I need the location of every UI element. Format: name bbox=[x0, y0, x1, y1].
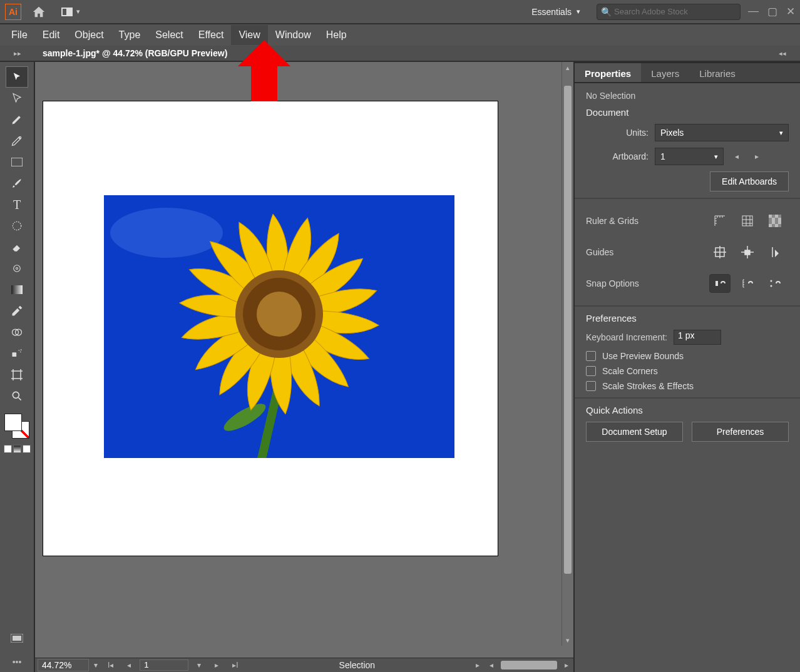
app-logo[interactable]: Ai bbox=[5, 4, 21, 20]
curvature-tool[interactable] bbox=[6, 131, 28, 151]
eraser-tool[interactable] bbox=[6, 237, 28, 257]
svg-point-38 bbox=[771, 280, 772, 282]
scale-corners-label: Scale Corners bbox=[602, 366, 658, 376]
artboard-select[interactable]: 1▾ bbox=[655, 148, 724, 165]
paintbrush-tool[interactable] bbox=[6, 173, 28, 193]
keyboard-increment-label: Keyboard Increment: bbox=[586, 332, 667, 342]
document-setup-button[interactable]: Document Setup bbox=[586, 422, 683, 442]
lock-guides-toggle[interactable] bbox=[737, 243, 758, 262]
pen-tool[interactable] bbox=[6, 109, 28, 130]
placed-image[interactable] bbox=[104, 195, 454, 458]
artboard[interactable] bbox=[43, 101, 498, 556]
menu-help[interactable]: Help bbox=[319, 25, 354, 45]
edit-artboards-button[interactable]: Edit Artboards bbox=[710, 171, 789, 191]
scroll-thumb[interactable] bbox=[564, 86, 572, 574]
rotate-tool[interactable] bbox=[6, 216, 28, 236]
prev-artboard-button[interactable]: ◂ bbox=[122, 661, 136, 669]
scroll-down-arrow[interactable]: ▾ bbox=[562, 634, 573, 646]
hscroll-thumb[interactable] bbox=[501, 661, 557, 669]
tab-properties[interactable]: Properties bbox=[575, 63, 641, 82]
show-guides-toggle[interactable] bbox=[709, 243, 731, 262]
zoom-level-field[interactable]: 44.72% bbox=[38, 659, 89, 671]
svg-point-15 bbox=[13, 392, 19, 398]
menu-type[interactable]: Type bbox=[111, 25, 148, 45]
transparency-grid-toggle[interactable] bbox=[764, 211, 786, 230]
tool-panel: T ••• bbox=[0, 62, 35, 672]
edit-toolbar-button[interactable]: ••• bbox=[13, 657, 22, 667]
minimize-button[interactable]: — bbox=[748, 5, 759, 18]
menu-object[interactable]: Object bbox=[67, 25, 111, 45]
svg-rect-37 bbox=[715, 281, 718, 286]
section-document-label: Document bbox=[586, 107, 789, 118]
type-tool[interactable]: T bbox=[6, 195, 28, 215]
keyboard-increment-field[interactable]: 1 px bbox=[674, 330, 721, 345]
rectangle-tool[interactable] bbox=[6, 152, 28, 172]
tab-layers[interactable]: Layers bbox=[641, 63, 689, 82]
scroll-up-arrow[interactable]: ▴ bbox=[562, 62, 573, 73]
tab-libraries[interactable]: Libraries bbox=[689, 63, 746, 82]
last-artboard-button[interactable]: ▸I bbox=[227, 661, 243, 669]
next-artboard-panel[interactable]: ▸ bbox=[750, 152, 764, 161]
units-label: Units: bbox=[586, 128, 649, 138]
fill-chip[interactable] bbox=[4, 414, 22, 431]
menu-file[interactable]: File bbox=[4, 25, 35, 45]
snap-grid-toggle[interactable] bbox=[764, 274, 786, 293]
search-input[interactable] bbox=[614, 7, 736, 16]
direct-selection-tool[interactable] bbox=[6, 88, 28, 108]
snap-point-toggle[interactable] bbox=[737, 274, 758, 293]
canvas-area: ▴ ▾ 44.72% ▾ I◂ ◂ 1 ▾ ▸ ▸I Selection ▸ ◂… bbox=[35, 62, 573, 672]
prev-artboard-panel[interactable]: ◂ bbox=[730, 152, 744, 161]
preferences-button[interactable]: Preferences bbox=[692, 422, 789, 442]
expand-tool-panel[interactable]: ▸▸ bbox=[0, 46, 35, 61]
workspace-label: Essentials bbox=[531, 7, 572, 17]
hscroll-left[interactable]: ◂ bbox=[485, 661, 498, 669]
use-preview-bounds-checkbox[interactable] bbox=[586, 351, 596, 361]
ruler-toggle[interactable] bbox=[709, 211, 731, 230]
home-button[interactable] bbox=[29, 2, 49, 22]
menu-select[interactable]: Select bbox=[148, 25, 190, 45]
scale-strokes-checkbox[interactable] bbox=[586, 381, 596, 391]
color-mode-selector[interactable] bbox=[4, 445, 31, 453]
maximize-button[interactable]: ▢ bbox=[767, 5, 777, 18]
status-menu[interactable]: ▸ bbox=[471, 661, 485, 669]
scale-corners-checkbox[interactable] bbox=[586, 366, 596, 376]
svg-rect-10 bbox=[13, 352, 17, 357]
eyedropper-tool[interactable] bbox=[6, 301, 28, 321]
menu-effect[interactable]: Effect bbox=[191, 25, 232, 45]
gradient-tool[interactable] bbox=[6, 280, 28, 300]
arrange-documents-button[interactable]: ▾ bbox=[61, 8, 80, 16]
search-icon: 🔍 bbox=[601, 7, 612, 17]
zoom-tool[interactable] bbox=[6, 386, 28, 406]
selection-tool[interactable] bbox=[6, 67, 28, 87]
grid-toggle[interactable] bbox=[737, 211, 758, 230]
search-stock-field[interactable]: 🔍 bbox=[597, 4, 741, 20]
menu-edit[interactable]: Edit bbox=[35, 25, 68, 45]
workspace-switcher[interactable]: Essentials ▾ bbox=[525, 4, 587, 19]
canvas-view[interactable]: ▴ ▾ bbox=[35, 62, 573, 658]
snap-pixel-toggle[interactable] bbox=[709, 274, 731, 293]
shape-builder-tool[interactable] bbox=[6, 322, 28, 342]
next-artboard-button[interactable]: ▸ bbox=[210, 661, 223, 669]
svg-rect-27 bbox=[769, 215, 772, 218]
svg-rect-3 bbox=[11, 158, 23, 166]
screen-mode-button[interactable] bbox=[6, 629, 28, 647]
close-button[interactable]: ✕ bbox=[786, 5, 795, 18]
expand-right-panel[interactable]: ◂◂ bbox=[765, 46, 800, 61]
fill-stroke-chips[interactable] bbox=[4, 414, 29, 439]
first-artboard-button[interactable]: I◂ bbox=[103, 661, 118, 669]
hscroll-right[interactable]: ▸ bbox=[560, 661, 573, 669]
blob-brush-tool[interactable] bbox=[6, 258, 28, 278]
zoom-menu[interactable]: ▾ bbox=[89, 661, 103, 669]
status-bar: 44.72% ▾ I◂ ◂ 1 ▾ ▸ ▸I Selection ▸ ◂ ▸ bbox=[35, 658, 573, 672]
svg-point-19 bbox=[110, 208, 223, 258]
artboard-menu[interactable]: ▾ bbox=[192, 661, 206, 669]
svg-rect-33 bbox=[769, 224, 772, 227]
vertical-scrollbar[interactable]: ▴ ▾ bbox=[562, 62, 573, 646]
ruler-grids-label: Ruler & Grids bbox=[586, 216, 661, 226]
artboard-tool[interactable] bbox=[6, 365, 28, 385]
artboard-number-field[interactable]: 1 bbox=[140, 659, 188, 671]
document-tab[interactable]: sample-1.jpg* @ 44.72% (RGB/GPU Preview) bbox=[35, 46, 235, 61]
symbol-sprayer-tool[interactable] bbox=[6, 344, 28, 364]
smart-guides-toggle[interactable] bbox=[764, 243, 786, 262]
units-select[interactable]: Pixels▾ bbox=[655, 124, 789, 141]
